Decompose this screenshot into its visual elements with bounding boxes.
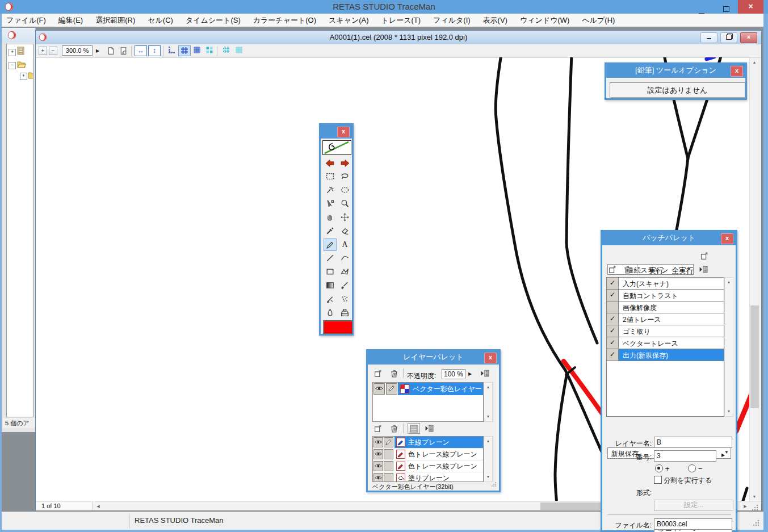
delete-step-icon[interactable] [623,265,632,274]
menu-item[interactable]: 編集(E) [52,14,89,27]
vertical-scroll-thumb[interactable] [750,305,759,408]
tool-ink-drop-icon[interactable] [324,307,337,319]
new-preset-icon[interactable] [700,251,710,261]
menu-item[interactable]: トレース(T) [375,14,427,27]
plane-tool-button[interactable] [408,423,420,434]
scroll-up-icon[interactable]: ▲ [750,58,759,67]
layer-palette-titlebar[interactable]: レイヤーパレット x [368,351,499,365]
tool-options-titlebar[interactable]: [鉛筆] ツールオプション x [606,64,745,78]
fit-width-icon[interactable]: ↔ [135,45,147,56]
tool-pattern-pen-icon[interactable] [338,293,351,305]
menu-item[interactable]: ヘルプ(H) [576,14,621,27]
tool-gradient-icon[interactable] [324,279,337,292]
zoom-in-button[interactable]: + [39,47,47,55]
filename-field[interactable]: B0003.cel [654,518,732,530]
batch-step-row[interactable]: ✓出力(新規保存) [606,349,724,361]
plane-list-scrollbar[interactable]: ▲ ▼ [484,436,493,482]
tool-eyedropper-icon[interactable] [324,225,337,237]
scroll-down-icon[interactable]: ▼ [750,492,759,501]
scroll-up-icon[interactable]: ▲ [724,278,733,287]
guide-grid-double-icon[interactable] [233,45,245,56]
tool-lasso-icon[interactable] [338,170,351,183]
document-titlebar[interactable]: A0001(1).cel (2008 * 1131 pixel 192.0 dp… [36,31,761,44]
edit-pencil-icon[interactable] [384,473,393,482]
new-layer-icon[interactable] [373,368,383,378]
decrement-radio[interactable]: − [688,464,702,473]
doc-minimize-button[interactable] [700,32,717,43]
layer-row[interactable]: ベクター彩色レイヤー [373,383,483,395]
zoom-step-icon[interactable]: ▶ [96,48,99,53]
run-all-button[interactable]: 全実行 [672,266,694,276]
vertical-scrollbar[interactable]: ▲ ▼ [749,58,759,501]
tool-magic-wand-icon[interactable] [324,184,337,196]
duplicate-page-icon[interactable] [119,46,128,58]
grid-standard-icon[interactable] [178,45,191,56]
tool-move-icon[interactable] [338,211,351,224]
guide-grid-dashed-icon[interactable] [220,45,233,56]
tool-text-icon[interactable]: A [338,238,351,251]
tool-node-select-icon[interactable] [324,198,337,210]
batch-list-scrollbar[interactable]: ▲ ▼ [724,277,733,417]
plane-row[interactable]: 色トレース線プレーン [373,460,483,472]
folder-open-icon[interactable] [16,59,26,72]
new-step-icon[interactable] [608,265,618,274]
batch-step-row[interactable]: ✓入力(スキャナ) [606,277,724,290]
menu-item[interactable]: カラーチャート(O) [247,14,322,27]
checkbox-icon[interactable]: ✓ [607,349,619,361]
zoom-field[interactable]: 300.0 % [62,45,93,56]
tool-zoom-icon[interactable] [338,198,351,210]
zoom-out-button[interactable]: − [49,47,57,55]
scroll-up-icon[interactable]: ▲ [484,383,493,392]
new-page-icon[interactable] [106,46,116,58]
checkbox-icon[interactable]: ✓ [607,290,619,301]
next-frame-icon[interactable] [338,158,352,170]
scroll-down-icon[interactable]: ▼ [724,407,733,416]
number-step-icon[interactable]: ▶ [721,453,725,458]
tool-line-icon[interactable] [324,252,337,265]
browser-panel-titlebar[interactable] [2,28,35,43]
edit-pencil-icon[interactable] [384,449,393,459]
fit-height-icon[interactable]: ↕ [148,45,161,56]
close-icon[interactable]: x [721,233,733,244]
number-field[interactable]: 3 [654,450,716,462]
palette-resize-grip[interactable] [491,479,497,489]
tool-palette-titlebar[interactable]: x [321,125,352,139]
visibility-eye-icon[interactable] [373,449,383,459]
tool-polyline-icon[interactable] [338,266,351,278]
checkbox-icon[interactable]: ✓ [607,278,619,289]
menu-item[interactable]: フィルタ(I) [427,14,477,27]
checkbox-icon[interactable]: ✓ [607,337,619,349]
batch-step-row[interactable]: 画像解像度 [606,301,724,313]
batch-step-list[interactable]: ✓入力(スキャナ)✓自動コントラスト画像解像度✓2値トレース✓ゴミ取り✓ベクター… [606,277,724,417]
close-button[interactable]: × [738,0,763,14]
delete-layer-icon[interactable] [389,368,399,378]
tool-brush-icon[interactable] [338,279,351,292]
prev-frame-icon[interactable] [323,158,337,170]
tool-eraser-icon[interactable] [338,225,351,237]
batch-palette-titlebar[interactable]: バッチパレット x [602,232,736,245]
batch-step-row[interactable]: ✓自動コントラスト [606,289,724,301]
tool-rect-icon[interactable] [324,266,337,278]
tool-hand-icon[interactable] [324,211,337,224]
color-swatch[interactable] [323,320,352,334]
opacity-step-icon[interactable]: ▶ [468,371,472,376]
tree-collapse-icon[interactable]: − [9,62,16,69]
plane-row[interactable]: 塗りプレーン [373,472,483,482]
batch-step-row[interactable]: ✓ゴミ取り [606,325,724,337]
layer-list[interactable]: ベクター彩色レイヤー [372,382,484,422]
opacity-field[interactable]: 100 % [442,369,465,379]
menu-item[interactable]: 選択範囲(R) [89,14,141,27]
tree-expand-icon[interactable]: + [20,73,27,80]
batch-menu-icon[interactable] [699,265,708,274]
file-tree[interactable]: + − + [6,44,33,417]
scroll-left-icon[interactable]: ◀ [94,502,103,511]
scroll-right-icon[interactable]: ▶ [741,502,750,511]
layer-menu-icon[interactable] [480,368,490,378]
batch-step-row[interactable]: ✓ベクタートレース [606,337,724,349]
window-resize-grip[interactable] [752,518,760,529]
menu-item[interactable]: タイムシート(S) [179,14,247,27]
plane-menu-icon[interactable] [425,424,434,433]
ruler-grid-icon[interactable] [166,45,178,56]
plane-row[interactable]: 色トレース線プレーン [373,449,483,460]
edit-pencil-icon[interactable] [386,383,397,395]
